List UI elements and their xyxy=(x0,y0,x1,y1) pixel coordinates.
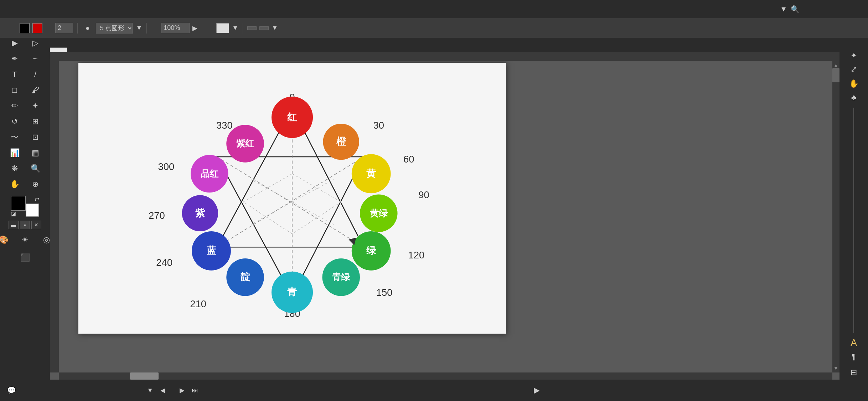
tool-pair-5: ✏ ✦ xyxy=(5,99,45,113)
paragraph-panel-icon[interactable]: ¶ xyxy=(845,351,862,363)
none-mode[interactable]: ✕ xyxy=(31,221,41,229)
svg-text:330: 330 xyxy=(216,120,233,131)
tool-pair-7: 〜 ⊡ xyxy=(5,130,45,144)
svg-line-7 xyxy=(217,157,364,247)
last-page-button[interactable]: ⏭ xyxy=(192,387,198,394)
right-separator xyxy=(853,108,854,333)
select-tool[interactable]: ▶ xyxy=(5,36,25,50)
tool-pair-9: ❋ 🔍 xyxy=(5,161,45,176)
doc-settings-button[interactable] xyxy=(247,26,257,30)
menu-window[interactable] xyxy=(133,0,145,18)
artboard-icon[interactable]: ⬛ xyxy=(15,251,35,265)
swap-colors[interactable]: ⇄ xyxy=(35,196,39,202)
vscroll-thumb[interactable] xyxy=(832,68,839,82)
expand-panel-icon[interactable]: ⤢ xyxy=(845,64,862,75)
separator-5 xyxy=(243,23,243,34)
color-area: ⇄ ◪ xyxy=(11,196,39,217)
hand-panel-icon[interactable]: ✋ xyxy=(845,78,862,89)
horizontal-scrollbar[interactable] xyxy=(59,372,832,380)
line-tool[interactable]: / xyxy=(25,67,45,82)
style-box[interactable] xyxy=(216,23,229,33)
text-tool[interactable]: T xyxy=(5,67,25,82)
pen-tool[interactable]: ✒ xyxy=(5,52,25,66)
graph-tool[interactable]: 📊 xyxy=(5,146,25,160)
menu-select[interactable] xyxy=(94,0,107,18)
reflect-tool[interactable]: ⊞ xyxy=(25,114,45,129)
fill-mode[interactable]: ▬ xyxy=(9,221,19,229)
svg-text:红: 红 xyxy=(287,112,298,123)
warp-tool[interactable]: 〜 xyxy=(5,130,25,144)
svg-rect-2 xyxy=(50,61,59,372)
sun-tool[interactable]: ☀ xyxy=(15,233,35,247)
zoom-dropdown[interactable]: ▼ xyxy=(147,387,153,394)
bar-chart-tool[interactable]: ▦ xyxy=(25,146,45,160)
dropdown-arrow[interactable]: ▼ xyxy=(780,5,787,13)
tool-pair-10: ✋ ⊕ xyxy=(5,177,45,191)
menu-edit[interactable] xyxy=(56,0,68,18)
close-button[interactable] xyxy=(849,0,868,18)
opacity-arrow[interactable]: ▶ xyxy=(192,24,197,32)
no-selection-label xyxy=(4,27,11,30)
next-page-button[interactable]: ▶ xyxy=(180,386,185,394)
magnify-tool[interactable]: ⊕ xyxy=(25,177,45,191)
stroke-color-box[interactable] xyxy=(32,23,42,33)
menu-text[interactable] xyxy=(81,0,94,18)
camera-tool[interactable]: 🎨 xyxy=(0,233,14,247)
right-panel: ☀ ⊞ ✦ ⤢ ✋ ♣ A ¶ ⊟ xyxy=(839,18,868,380)
svg-text:60: 60 xyxy=(403,154,414,165)
scroll-up-arrow[interactable]: ▲ xyxy=(832,62,839,68)
active-tab[interactable] xyxy=(50,47,67,52)
brush-type-select[interactable]: 5 点圆形 xyxy=(96,23,133,34)
symbol-tool[interactable]: ❋ xyxy=(5,161,25,176)
pencil-tool[interactable]: ✏ xyxy=(5,99,25,113)
pref-arrow: ▼ xyxy=(272,24,278,32)
prev-page-button[interactable]: ◀ xyxy=(160,386,165,394)
separator-2 xyxy=(77,23,78,34)
timeline-button[interactable]: ▶ xyxy=(534,386,540,395)
svg-text:30: 30 xyxy=(373,120,384,131)
svg-text:120: 120 xyxy=(408,250,424,261)
svg-text:青: 青 xyxy=(288,286,298,297)
artboard-tool[interactable]: ⬛ xyxy=(15,251,35,265)
paintbrush-tool[interactable]: 🖌 xyxy=(25,83,45,97)
opacity-input[interactable] xyxy=(161,23,190,33)
text-panel-icon[interactable]: A xyxy=(845,337,862,349)
search-icon: 🔍 xyxy=(791,5,800,14)
svg-text:青绿: 青绿 xyxy=(332,272,350,282)
background-color[interactable] xyxy=(26,204,39,217)
vertical-scrollbar[interactable]: ▲ ▼ xyxy=(832,61,839,372)
zoom-tool[interactable]: 🔍 xyxy=(25,161,45,176)
preferences-button[interactable] xyxy=(259,26,269,30)
svg-text:品红: 品红 xyxy=(201,169,219,179)
cloud-tool[interactable]: ◎ xyxy=(36,233,56,247)
club-panel-icon[interactable]: ♣ xyxy=(845,92,862,103)
fill-color-box[interactable] xyxy=(20,23,30,33)
left-toolbar: « ▶ ▷ ✒ ~ T / □ 🖌 ✏ ✦ ↺ ⊞ 〜 ⊡ 📊 ▦ ❋ 🔍 ✋ … xyxy=(0,18,50,380)
direct-select-tool[interactable]: ▷ xyxy=(25,36,45,50)
menu-help[interactable] xyxy=(145,0,158,18)
foreground-color[interactable] xyxy=(11,196,26,211)
curvature-tool[interactable]: ~ xyxy=(25,52,45,66)
viewers-icon: 💬 xyxy=(7,386,16,395)
blob-tool[interactable]: ✦ xyxy=(25,99,45,113)
menu-effect[interactable] xyxy=(107,0,120,18)
scroll-down-arrow[interactable]: ▼ xyxy=(832,365,839,371)
maximize-button[interactable] xyxy=(830,0,849,18)
menu-file[interactable] xyxy=(43,0,56,18)
transform-tool[interactable]: ⊡ xyxy=(25,130,45,144)
stroke-value-input[interactable] xyxy=(55,23,73,33)
separator-4 xyxy=(202,23,202,34)
menu-view[interactable] xyxy=(120,0,133,18)
rect-tool[interactable]: □ xyxy=(5,83,25,97)
gradient-mode[interactable]: ▪ xyxy=(20,221,30,229)
svg-text:绿: 绿 xyxy=(366,245,376,256)
tool-pair-8: 📊 ▦ xyxy=(5,146,45,160)
menu-object[interactable] xyxy=(68,0,81,18)
hscroll-thumb[interactable] xyxy=(130,372,159,380)
reset-colors[interactable]: ◪ xyxy=(11,210,16,217)
layers-icon[interactable]: ⊟ xyxy=(845,365,862,380)
svg-text:150: 150 xyxy=(376,287,393,298)
rotate-tool[interactable]: ↺ xyxy=(5,114,25,129)
shape-builder-tool[interactable]: ✋ xyxy=(5,177,25,191)
minimize-button[interactable] xyxy=(810,0,830,18)
